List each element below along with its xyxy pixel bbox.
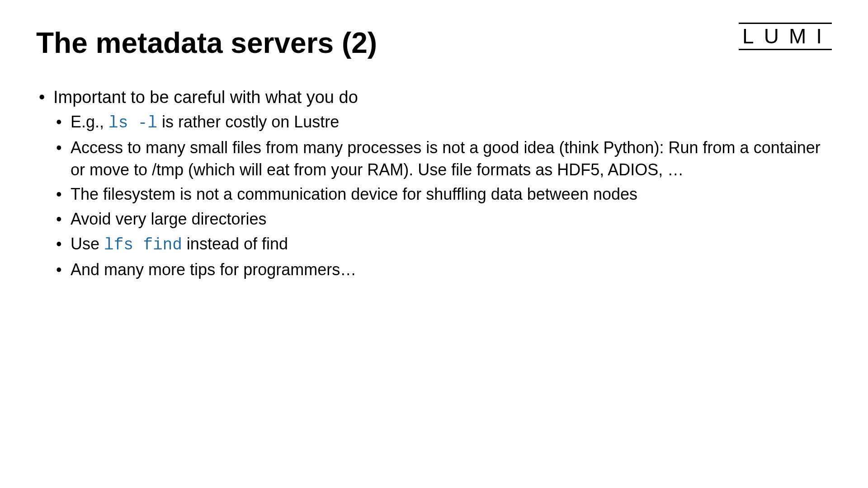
- sub-bullet-1: E.g., ls -l is rather costly on Lustre: [53, 111, 832, 135]
- bullet-list: Important to be careful with what you do…: [36, 86, 832, 281]
- sub1-pre: E.g.,: [71, 113, 108, 131]
- sub3-text: The filesystem is not a communication de…: [71, 185, 637, 203]
- sub1-post: is rather costly on Lustre: [157, 113, 339, 131]
- sub2-text: Access to many small files from many pro…: [71, 138, 821, 179]
- sub5-post: instead of find: [182, 235, 288, 253]
- sub-bullet-6: And many more tips for programmers…: [53, 259, 832, 281]
- bullet-main-text: Important to be careful with what you do: [53, 88, 358, 107]
- sub-bullet-2: Access to many small files from many pro…: [53, 137, 832, 181]
- bullet-main: Important to be careful with what you do…: [36, 86, 832, 281]
- sub-bullet-3: The filesystem is not a communication de…: [53, 183, 832, 206]
- logo: LUMI: [739, 23, 832, 50]
- slide-title: The metadata servers (2): [36, 27, 832, 59]
- sub-bullet-4: Avoid very large directories: [53, 208, 832, 230]
- sub1-code: ls -l: [108, 114, 157, 132]
- sub4-text: Avoid very large directories: [71, 210, 267, 228]
- slide: LUMI The metadata servers (2) Important …: [0, 0, 868, 488]
- sub5-code: lfs find: [104, 236, 182, 254]
- sub6-text: And many more tips for programmers…: [71, 260, 356, 279]
- sub-bullet-5: Use lfs find instead of find: [53, 233, 832, 257]
- sub5-pre: Use: [71, 235, 104, 253]
- sub-bullet-list: E.g., ls -l is rather costly on Lustre A…: [53, 111, 832, 281]
